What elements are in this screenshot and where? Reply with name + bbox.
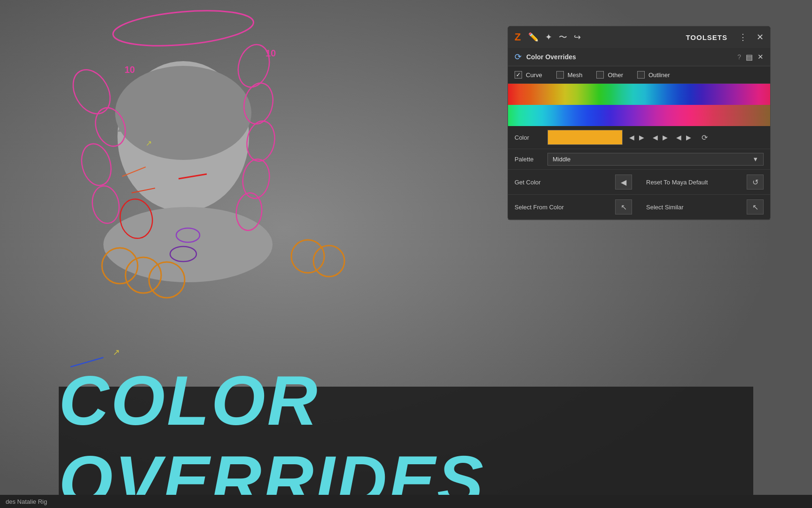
- get-color-button[interactable]: ◀: [615, 175, 632, 190]
- select-similar-button[interactable]: ↖: [747, 199, 764, 214]
- toolbar-title: TOOLSETS: [686, 33, 727, 41]
- layout-icon[interactable]: ▤: [746, 53, 753, 62]
- wave-icon[interactable]: 〜: [559, 32, 567, 43]
- color-prev3-button[interactable]: ◀: [674, 133, 683, 142]
- select-from-color-row: Select From Color ↖ Select Similar ↖: [508, 195, 770, 220]
- color-next3-button[interactable]: ▶: [684, 133, 693, 142]
- mesh-label: Mesh: [568, 71, 583, 79]
- svg-text:10: 10: [125, 64, 135, 75]
- select-from-color-icon: ↖: [621, 203, 627, 212]
- sub-panel-icon: ⟳: [515, 52, 522, 62]
- reset-maya-label: Reset To Maya Default: [646, 179, 742, 186]
- sub-panel-header: ⟳ Color Overrides ? ▤ ✕: [508, 48, 770, 66]
- brush-icon[interactable]: ✏️: [528, 32, 539, 42]
- spectrum-cool[interactable]: [508, 105, 770, 126]
- color-label: Color: [515, 134, 543, 141]
- get-color-row: Get Color ◀ Reset To Maya Default ↺: [508, 170, 770, 195]
- other-checkbox[interactable]: [596, 71, 604, 79]
- toolbar-logo: Z: [515, 31, 521, 43]
- arrow-curve-icon[interactable]: ↪: [574, 32, 581, 42]
- select-from-color-label: Select From Color: [515, 204, 610, 211]
- reset-maya-icon: ↺: [752, 178, 758, 187]
- get-color-icon: ◀: [621, 178, 626, 187]
- sub-panel-close-button[interactable]: ✕: [757, 53, 764, 61]
- curve-label: Curve: [526, 71, 542, 79]
- color-nav-mid: ◀ ▶: [651, 133, 670, 142]
- select-similar-icon: ↖: [752, 203, 758, 212]
- curve-checkbox[interactable]: ✓: [515, 71, 522, 79]
- outliner-checkbox[interactable]: [637, 71, 645, 79]
- banner-text: COLOR OVERRIDES: [59, 361, 753, 508]
- checkbox-row: ✓ Curve Mesh Other Outliner: [508, 66, 770, 84]
- color-nav-left: ◀ ▶: [627, 133, 646, 142]
- color-prev2-button[interactable]: ◀: [651, 133, 660, 142]
- color-pick-icon[interactable]: ⟳: [702, 133, 708, 142]
- svg-point-3: [103, 207, 273, 282]
- svg-text:↗: ↗: [113, 348, 120, 357]
- outliner-label: Outliner: [648, 71, 670, 79]
- mesh-checkbox[interactable]: [556, 71, 564, 79]
- color-prev-button[interactable]: ◀: [627, 133, 636, 142]
- toolbar-close-button[interactable]: ✕: [757, 32, 764, 42]
- reset-maya-button[interactable]: ↺: [747, 175, 764, 190]
- select-from-color-button[interactable]: ↖: [615, 199, 632, 214]
- palette-row: Palette Middle ▼: [508, 149, 770, 170]
- bottom-banner: COLOR OVERRIDES: [59, 387, 753, 495]
- get-color-label: Get Color: [515, 179, 610, 186]
- palette-value: Middle: [553, 156, 570, 163]
- color-row: Color ◀ ▶ ◀ ▶ ◀ ▶ ⟳: [508, 126, 770, 149]
- checkbox-outliner[interactable]: Outliner: [637, 71, 670, 79]
- palette-dropdown-arrow: ▼: [752, 156, 758, 163]
- checkbox-curve[interactable]: ✓ Curve: [515, 71, 542, 79]
- other-label: Other: [608, 71, 623, 79]
- color-spectrum[interactable]: [508, 84, 770, 126]
- status-text: des Natalie Rig: [6, 498, 47, 505]
- svg-text:↗: ↗: [146, 139, 152, 147]
- check-mark: ✓: [516, 71, 521, 78]
- panel-toolbar: Z ✏️ ✦ 〜 ↪ TOOLSETS ⋮ ✕: [508, 26, 770, 48]
- color-next-button[interactable]: ▶: [637, 133, 646, 142]
- sparkle-icon[interactable]: ✦: [545, 32, 552, 42]
- toolbar-more-button[interactable]: ⋮: [739, 32, 747, 42]
- status-bar: des Natalie Rig: [0, 495, 812, 508]
- svg-text:10: 10: [265, 48, 276, 58]
- color-next2-button[interactable]: ▶: [661, 133, 670, 142]
- palette-select[interactable]: Middle ▼: [547, 153, 764, 166]
- palette-label: Palette: [515, 156, 543, 163]
- help-icon[interactable]: ?: [737, 53, 741, 61]
- sub-panel-title: Color Overrides: [526, 53, 733, 61]
- tool-panel: Z ✏️ ✦ 〜 ↪ TOOLSETS ⋮ ✕ ⟳ Color Override…: [508, 26, 771, 220]
- color-swatch[interactable]: [547, 130, 623, 145]
- spectrum-warm[interactable]: [508, 84, 770, 105]
- checkbox-other[interactable]: Other: [596, 71, 623, 79]
- toolbar-icons: ✏️ ✦ 〜 ↪: [528, 32, 678, 43]
- select-similar-label: Select Similar: [646, 204, 742, 211]
- checkbox-mesh[interactable]: Mesh: [556, 71, 583, 79]
- color-nav-right: ◀ ▶: [674, 133, 693, 142]
